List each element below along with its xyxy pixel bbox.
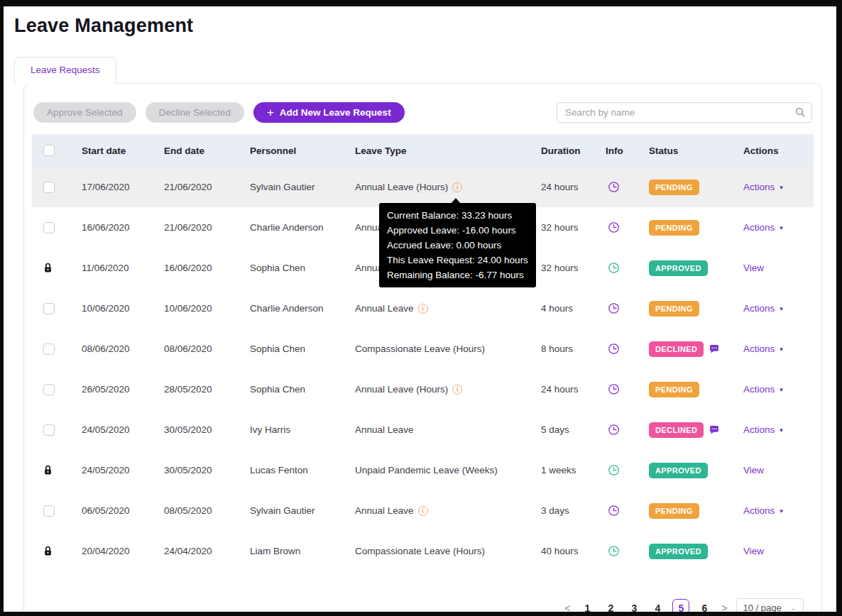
page-number-3[interactable]: 3 (625, 599, 643, 616)
caret-down-icon: ▾ (780, 184, 783, 191)
start-date-cell: 10/06/2020 (82, 303, 164, 314)
col-end-date: End date (164, 145, 250, 156)
leave-requests-table: Start date End date Personnel Leave Type… (32, 134, 814, 571)
start-date-cell: 26/05/2020 (82, 384, 164, 395)
end-date-cell: 08/05/2020 (164, 505, 250, 516)
actions-dropdown[interactable]: Actions▾ (743, 505, 783, 516)
duration-cell: 3 days (541, 505, 606, 516)
duration-cell: 5 days (541, 424, 606, 435)
tooltip-line: This Leave Request: 24.00 hours (387, 253, 528, 268)
actions-dropdown[interactable]: Actions▾ (743, 424, 783, 435)
clock-icon[interactable] (608, 181, 620, 193)
start-date-cell: 24/05/2020 (82, 424, 164, 435)
leave-requests-card: Approve Selected Decline Selected + Add … (23, 83, 822, 616)
add-button-label: Add New Leave Request (280, 107, 391, 118)
info-icon[interactable]: i (418, 506, 428, 516)
status-badge: PENDING (649, 503, 699, 519)
comment-icon[interactable] (709, 343, 720, 354)
lock-icon (43, 263, 53, 273)
view-link[interactable]: View (743, 546, 764, 556)
row-checkbox[interactable] (43, 303, 55, 314)
tooltip-line: Current Balance: 33.23 hours (387, 208, 528, 223)
clock-icon[interactable] (608, 221, 620, 233)
personnel-cell: Sylvain Gautier (250, 505, 355, 516)
view-link[interactable]: View (743, 263, 764, 273)
row-checkbox[interactable] (43, 505, 55, 517)
status-badge: DECLINED (649, 422, 704, 438)
actions-dropdown[interactable]: Actions▾ (743, 182, 783, 192)
page-number-6[interactable]: 6 (696, 599, 713, 616)
leave-type-label: Annual Leave (355, 505, 414, 516)
page-number-2[interactable]: 2 (602, 599, 619, 616)
page-numbers: 123456 (579, 599, 713, 616)
leave-type-label: Annual Leave (Hours) (355, 182, 448, 192)
page-number-1[interactable]: 1 (579, 599, 596, 616)
chevron-down-icon: ⌄ (790, 603, 797, 612)
table-row: 24/05/202030/05/2020Ivy HarrisAnnual Lea… (32, 409, 814, 450)
start-date-cell: 17/06/2020 (82, 182, 164, 192)
clock-icon[interactable] (608, 424, 620, 436)
table-row: 26/05/202028/05/2020Sophia ChenAnnual Le… (32, 369, 814, 409)
toolbar: Approve Selected Decline Selected + Add … (33, 102, 812, 123)
search-icon[interactable] (794, 106, 806, 121)
clock-icon[interactable] (608, 383, 620, 395)
actions-label: Actions (743, 424, 775, 435)
actions-dropdown[interactable]: Actions▾ (743, 303, 783, 314)
clock-icon[interactable] (608, 464, 620, 476)
clock-icon[interactable] (608, 262, 620, 274)
col-status: Status (649, 145, 743, 156)
row-checkbox[interactable] (43, 222, 55, 233)
page-number-5[interactable]: 5 (672, 599, 689, 616)
tab-leave-requests[interactable]: Leave Requests (14, 57, 116, 84)
personnel-cell: Sylvain Gautier (250, 182, 355, 192)
caret-down-icon: ▾ (780, 346, 783, 353)
info-icon[interactable]: i (452, 385, 462, 395)
clock-icon[interactable] (608, 505, 620, 517)
search-input[interactable] (557, 102, 812, 123)
row-checkbox[interactable] (43, 182, 55, 193)
end-date-cell: 10/06/2020 (164, 303, 250, 314)
start-date-cell: 16/06/2020 (82, 222, 164, 233)
view-link[interactable]: View (743, 465, 764, 475)
clock-icon[interactable] (608, 302, 620, 314)
actions-dropdown[interactable]: Actions▾ (743, 222, 783, 233)
page-number-4[interactable]: 4 (649, 599, 666, 616)
actions-label: Actions (743, 303, 775, 314)
approve-selected-button[interactable]: Approve Selected (33, 102, 136, 123)
duration-cell: 24 hours (541, 384, 606, 395)
info-icon[interactable]: i (452, 182, 462, 192)
comment-icon[interactable] (709, 424, 720, 435)
prev-page-button[interactable]: < (562, 603, 572, 614)
table-row: 10/06/202010/06/2020Charlie AndersonAnnu… (32, 288, 814, 329)
next-page-button[interactable]: > (719, 603, 729, 614)
info-icon[interactable]: i (418, 304, 428, 314)
balance-tooltip: Current Balance: 33.23 hours Approved Le… (379, 203, 536, 287)
clock-icon[interactable] (608, 545, 620, 557)
row-checkbox[interactable] (43, 424, 55, 436)
start-date-cell: 08/06/2020 (82, 343, 164, 354)
end-date-cell: 08/06/2020 (164, 343, 250, 354)
select-all-checkbox[interactable] (43, 145, 55, 156)
leave-type-label: Annual Leave (355, 424, 414, 435)
leave-type-label: Compassionate Leave (Hours) (355, 546, 485, 556)
row-checkbox[interactable] (43, 384, 55, 395)
page-size-select[interactable]: 10 / page ⌄ (736, 598, 804, 616)
leave-type-label: Annual Leave (Hours) (355, 384, 448, 395)
table-row: 06/05/202008/05/2020Sylvain GautierAnnua… (32, 490, 814, 531)
table-row: 08/06/202008/06/2020Sophia ChenCompassio… (32, 329, 814, 369)
col-personnel: Personnel (250, 145, 355, 156)
duration-cell: 32 hours (541, 222, 606, 233)
personnel-cell: Sophia Chen (250, 343, 355, 354)
actions-dropdown[interactable]: Actions▾ (743, 384, 783, 395)
actions-dropdown[interactable]: Actions▾ (743, 343, 783, 354)
row-checkbox[interactable] (43, 343, 55, 355)
col-leave-type: Leave Type (355, 145, 541, 156)
clock-icon[interactable] (608, 343, 620, 355)
leave-type-label: Compassionate Leave (Hours) (355, 343, 485, 354)
add-new-leave-request-button[interactable]: + Add New Leave Request (253, 102, 405, 123)
status-badge: APPROVED (649, 544, 708, 559)
start-date-cell: 20/04/2020 (82, 546, 164, 556)
decline-selected-button[interactable]: Decline Selected (146, 102, 244, 123)
duration-cell: 4 hours (541, 303, 606, 314)
col-info: Info (606, 145, 649, 156)
